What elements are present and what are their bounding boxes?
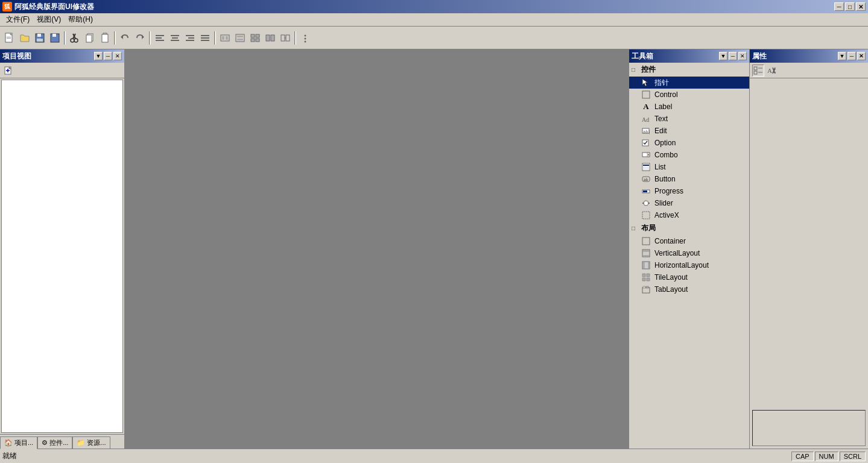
title-bar-left: 狐 阿狐经典版界面UI修改器	[2, 2, 94, 12]
close-button[interactable]: ✕	[856, 2, 866, 11]
align-justify-button[interactable]	[198, 31, 212, 45]
align-center-button[interactable]	[168, 31, 182, 45]
menu-view[interactable]: 视图(V)	[33, 13, 65, 26]
toolbox-item-combo[interactable]: Combo	[629, 149, 749, 161]
tab-resources[interactable]: 📁 资源...	[72, 436, 110, 449]
toolbox-button-label: Button	[654, 175, 676, 183]
resize2-button[interactable]	[278, 31, 293, 45]
toolbox-pin-button[interactable]: ▼	[719, 52, 727, 60]
toolbox-item-button[interactable]: ab Button	[629, 173, 749, 185]
slider-icon	[641, 198, 651, 208]
toolbox-item-slider[interactable]: Slider	[629, 197, 749, 209]
project-content	[1, 80, 123, 433]
tab-project[interactable]: 🏠 🏠 项目... 项目...	[0, 436, 37, 449]
svg-point-49	[305, 40, 306, 42]
toolbox-item-list[interactable]: List	[629, 161, 749, 173]
toolbox-item-tilelayout[interactable]: TileLayout	[629, 271, 749, 283]
project-tab-bar: 🏠 🏠 项目... 项目... ⚙ 控件... 📁 资源...	[0, 434, 124, 449]
svg-rect-5	[37, 34, 41, 37]
svg-rect-39	[256, 34, 259, 37]
title-bar-buttons: ─ □ ✕	[834, 2, 866, 11]
new-button[interactable]	[2, 31, 17, 45]
toolbox-tablayout-label: TabLayout	[654, 285, 688, 294]
properties-minimize-button[interactable]: ─	[847, 52, 856, 60]
project-minimize-button[interactable]: ─	[104, 52, 112, 60]
properties-content	[750, 78, 868, 408]
toolbox-item-pointer[interactable]: 指针	[629, 77, 749, 89]
toolbox-item-control[interactable]: Control	[629, 89, 749, 101]
pointer-icon	[641, 78, 651, 87]
minimize-button[interactable]: ─	[834, 2, 844, 11]
maximize-button[interactable]: □	[845, 2, 855, 11]
svg-rect-90	[754, 67, 757, 70]
toolbox-minimize-button[interactable]: ─	[729, 52, 737, 60]
redo-button[interactable]	[133, 31, 147, 45]
label-icon: A	[641, 102, 651, 112]
project-panel-header: 项目视图 ▼ ─ ✕	[0, 49, 124, 63]
properties-controls: ▼ ─ ✕	[838, 52, 866, 60]
layout-vert-button[interactable]	[233, 31, 247, 45]
toolbox-item-label[interactable]: A Label	[629, 101, 749, 113]
svg-rect-41	[256, 39, 259, 42]
toolbox-item-option[interactable]: Option	[629, 137, 749, 149]
combo-icon	[641, 150, 651, 160]
undo-button[interactable]	[118, 31, 132, 45]
svg-rect-22	[156, 40, 164, 41]
properties-close-button[interactable]: ✕	[857, 52, 866, 60]
cut-button[interactable]	[68, 31, 82, 45]
more-button[interactable]	[298, 31, 312, 45]
toolbox-close-button[interactable]: ✕	[738, 52, 747, 60]
svg-rect-64	[643, 165, 649, 166]
open-button[interactable]	[17, 31, 32, 45]
project-add-button[interactable]	[1, 63, 16, 78]
resize-button[interactable]	[263, 31, 277, 45]
save-as-button[interactable]	[48, 31, 62, 45]
canvas-area[interactable]	[125, 49, 629, 449]
layout-tile-button[interactable]	[248, 31, 262, 45]
save-button[interactable]	[33, 31, 47, 45]
toolbox-item-container[interactable]: Container	[629, 235, 749, 247]
align-right-button[interactable]	[183, 31, 197, 45]
toolbox-item-verticallayout[interactable]: VerticalLayout	[629, 247, 749, 259]
toolbox-item-text[interactable]: Ad Text	[629, 113, 749, 125]
prop-sort-category-button[interactable]	[752, 65, 764, 77]
tab-controls[interactable]: ⚙ 控件...	[37, 436, 72, 449]
copy-button[interactable]	[83, 31, 97, 45]
svg-rect-73	[642, 212, 650, 219]
toolbox-item-activex[interactable]: ActiveX	[629, 209, 749, 221]
container-icon	[641, 236, 651, 246]
toolbox-title: 工具箱	[632, 51, 653, 61]
paste-button[interactable]	[98, 31, 112, 45]
section-layout-header[interactable]: □ 布局	[629, 221, 749, 235]
svg-rect-91	[754, 71, 757, 74]
toolbox-tilelayout-label: TileLayout	[654, 273, 688, 282]
svg-rect-9	[52, 34, 56, 37]
svg-rect-7	[37, 39, 43, 42]
toolbox-text-label: Text	[654, 115, 668, 123]
menu-file[interactable]: 文件(F)	[2, 13, 33, 26]
svg-rect-30	[201, 37, 209, 39]
status-num: NUM	[815, 452, 838, 461]
toolbox-item-edit[interactable]: ab| Edit	[629, 125, 749, 137]
svg-rect-2	[7, 37, 11, 37]
svg-text:ab|: ab|	[643, 130, 650, 134]
properties-pin-button[interactable]: ▼	[838, 52, 846, 60]
toolbox-item-progress[interactable]: Progress	[629, 185, 749, 197]
svg-rect-34	[226, 36, 228, 40]
svg-rect-85	[642, 278, 645, 281]
layout-horiz-button[interactable]	[218, 31, 232, 45]
menu-help[interactable]: 帮助(H)	[65, 13, 97, 26]
prop-sort-alpha-button[interactable]: AZ	[765, 65, 778, 77]
status-text: 就绪	[2, 451, 17, 461]
control-icon	[641, 90, 651, 99]
toolbox-item-tablayout[interactable]: TabLayout	[629, 283, 749, 295]
align-left-button[interactable]	[153, 31, 167, 45]
project-close-button[interactable]: ✕	[113, 52, 122, 60]
svg-rect-21	[156, 37, 162, 39]
section-layout-collapse-icon: □	[632, 225, 639, 232]
verticallayout-icon	[641, 248, 651, 258]
svg-rect-78	[643, 255, 649, 256]
toolbox-item-horizontallayout[interactable]: HorizontalLayout	[629, 259, 749, 271]
project-pin-button[interactable]: ▼	[94, 52, 103, 60]
section-controls-header[interactable]: □ 控件	[629, 63, 749, 77]
